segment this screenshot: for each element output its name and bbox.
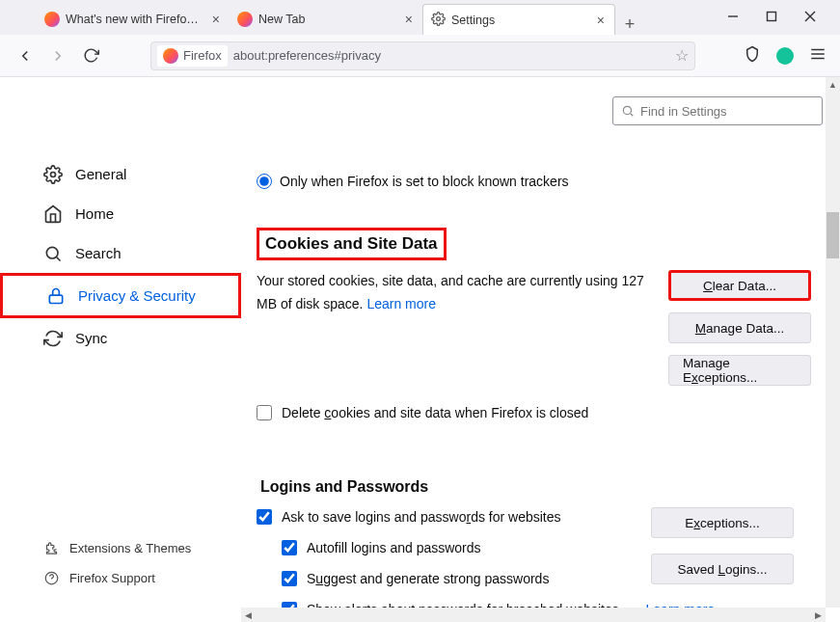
tab-title: New Tab: [258, 13, 397, 26]
grammarly-icon[interactable]: [776, 47, 794, 65]
close-icon[interactable]: ×: [403, 12, 415, 27]
minimize-button[interactable]: [724, 8, 742, 25]
toolbar: Firefox about:preferences#privacy ☆: [0, 35, 840, 77]
manage-exceptions-button[interactable]: Manage Exceptions...: [668, 355, 811, 386]
checkbox-label: Delete cookies and site data when Firefo…: [282, 405, 588, 420]
svg-line-10: [57, 257, 61, 260]
manage-data-button[interactable]: Manage Data...: [668, 312, 811, 343]
url-bar[interactable]: Firefox about:preferences#privacy ☆: [150, 41, 695, 70]
svg-point-9: [46, 247, 58, 258]
titlebar: What's new with Firefox - M × New Tab × …: [0, 0, 840, 35]
sidebar-label: Privacy & Security: [45, 287, 196, 304]
search-icon: [621, 104, 635, 118]
radio-input[interactable]: [257, 174, 272, 189]
svg-rect-2: [768, 13, 776, 21]
checkbox-input[interactable]: [257, 405, 272, 420]
reload-button[interactable]: [79, 44, 102, 68]
lock-icon: [45, 285, 67, 307]
svg-line-15: [631, 114, 634, 117]
scroll-right-icon[interactable]: ▶: [811, 608, 826, 622]
checkbox-label: Autofill logins and passwords: [307, 540, 481, 555]
radio-known-trackers[interactable]: Only when Firefox is set to block known …: [257, 174, 811, 189]
sidebar-item-sync[interactable]: Sync: [0, 318, 241, 358]
scroll-up-icon[interactable]: ▲: [826, 77, 840, 92]
scroll-left-icon[interactable]: ◀: [241, 608, 256, 622]
radio-label: Only when Firefox is set to block known …: [280, 174, 569, 189]
puzzle-icon: [42, 541, 60, 555]
search-placeholder: Find in Settings: [640, 104, 727, 119]
pocket-icon[interactable]: [744, 45, 761, 66]
sidebar-extensions[interactable]: Extensions & Themes: [0, 533, 241, 563]
forward-button[interactable]: [46, 44, 69, 68]
checkbox-label: Ask to save logins and passwords for web…: [282, 509, 561, 525]
scroll-thumb[interactable]: [826, 212, 839, 258]
svg-point-0: [437, 16, 441, 20]
help-icon: [42, 571, 60, 585]
sidebar-support[interactable]: Firefox Support: [0, 563, 241, 593]
sync-icon: [42, 328, 64, 349]
exceptions-button[interactable]: Exceptions...: [651, 507, 794, 538]
tab-newtab[interactable]: New Tab ×: [230, 4, 422, 35]
sidebar-label: Extensions & Themes: [69, 541, 191, 555]
tab-whatsnew[interactable]: What's new with Firefox - M ×: [37, 4, 230, 35]
back-button[interactable]: [14, 44, 37, 68]
home-icon: [42, 203, 64, 225]
sidebar-item-privacy[interactable]: Privacy & Security: [0, 273, 241, 318]
clear-data-button[interactable]: Clear Data...: [668, 270, 811, 301]
tab-title: What's new with Firefox - M: [66, 13, 204, 26]
checkbox-input[interactable]: [282, 571, 297, 586]
checkbox-input[interactable]: [257, 509, 272, 525]
cookies-desc: Your stored cookies, site data, and cach…: [257, 270, 649, 316]
svg-point-8: [51, 172, 56, 176]
tab-title: Settings: [451, 14, 589, 27]
maximize-button[interactable]: [763, 8, 780, 25]
identity-label: Firefox: [183, 48, 222, 63]
firefox-icon: [163, 48, 178, 64]
gear-icon: [431, 12, 446, 29]
sidebar-item-home[interactable]: Home: [0, 194, 241, 233]
close-button[interactable]: [801, 8, 819, 25]
main-panel: Find in Settings Only when Firefox is se…: [241, 77, 840, 622]
svg-point-14: [623, 106, 631, 114]
new-tab-button[interactable]: +: [615, 14, 644, 35]
delete-on-close-checkbox[interactable]: Delete cookies and site data when Firefo…: [257, 405, 811, 420]
search-settings-input[interactable]: Find in Settings: [612, 96, 823, 125]
logins-heading: Logins and Passwords: [260, 478, 811, 496]
learn-more-link[interactable]: Learn more: [366, 296, 436, 311]
menu-icon[interactable]: [809, 45, 826, 66]
close-icon[interactable]: ×: [210, 12, 222, 27]
sidebar-label: Firefox Support: [69, 571, 155, 585]
identity-box[interactable]: Firefox: [157, 45, 228, 67]
tab-settings[interactable]: Settings ×: [422, 4, 615, 35]
checkbox-label: Suggest and generate strong passwords: [307, 571, 549, 586]
firefox-icon: [44, 12, 60, 27]
firefox-icon: [237, 12, 253, 27]
toolbar-right: [744, 45, 826, 66]
sidebar-item-search[interactable]: Search: [0, 233, 241, 273]
url-text: about:preferences#privacy: [233, 48, 669, 63]
gear-icon: [42, 164, 64, 185]
close-icon[interactable]: ×: [595, 13, 607, 28]
search-icon: [42, 243, 64, 264]
sidebar-item-general[interactable]: General: [0, 154, 241, 194]
horizontal-scrollbar[interactable]: ◀ ▶: [241, 608, 826, 622]
sidebar: General Home Search Privacy & Security: [0, 77, 241, 622]
cookies-heading: Cookies and Site Data: [259, 230, 444, 257]
vertical-scrollbar[interactable]: ▲: [826, 77, 840, 608]
saved-logins-button[interactable]: Saved Logins...: [651, 554, 794, 584]
checkbox-input[interactable]: [282, 540, 297, 555]
window-controls: [703, 0, 840, 33]
svg-rect-11: [49, 295, 62, 303]
bookmark-star-icon[interactable]: ☆: [675, 46, 689, 65]
